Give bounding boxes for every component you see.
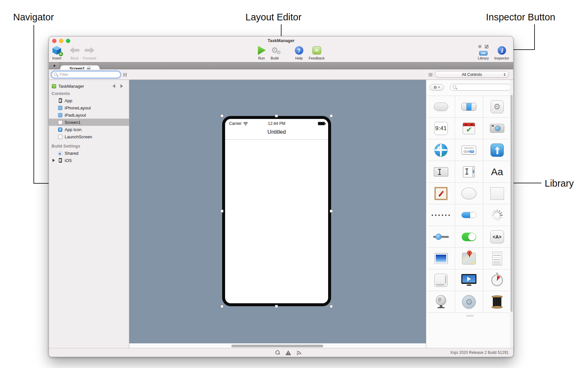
lib-html-viewer-control[interactable]: <A> <box>483 226 511 247</box>
iphone-layout-mockup[interactable]: Carrier 12:44 PM Untitled <box>222 116 331 306</box>
navigator-filter-field[interactable] <box>52 71 120 78</box>
lib-text-area-control[interactable] <box>455 161 483 182</box>
inspector-icon: i <box>497 46 506 55</box>
feed-icon[interactable] <box>296 351 302 355</box>
lib-text-field-control[interactable] <box>427 161 455 182</box>
lib-canvas-control[interactable] <box>427 183 455 204</box>
cable-spool-icon <box>492 295 503 309</box>
message-dialog-icon: CancelOK <box>462 146 476 154</box>
lib-segmented-control[interactable] <box>455 96 483 117</box>
library-panel: ⚙ ⚙ 9:41 ✔ CancelOK Aa ••• <box>426 80 513 348</box>
lib-date-picker-control[interactable]: ✔ <box>455 118 483 139</box>
inspector-button-annotation-label: Inspector Button <box>486 12 555 23</box>
navigator-item-screen1-selected[interactable]: Screen1 <box>49 119 129 126</box>
selection-handle-top-left[interactable] <box>220 114 223 117</box>
navigator-item-launchscreen[interactable]: LaunchScreen <box>49 133 129 140</box>
navigator-item-iphonelayout[interactable]: iPhoneLayout <box>49 104 129 111</box>
lib-activity-indicator-control[interactable] <box>483 204 511 226</box>
lib-image-view-control[interactable] <box>427 248 455 269</box>
library-search-icon <box>453 85 457 90</box>
forward-button[interactable]: Forward <box>79 45 100 60</box>
lib-camera-control[interactable] <box>483 118 511 139</box>
build-button[interactable]: ⚙ ⚙ Build <box>264 45 285 60</box>
library-splitter-handle[interactable] <box>466 315 473 316</box>
version-label: Xojo 2020 Release 2 Build 51291 <box>450 350 509 355</box>
lib-button-control[interactable] <box>427 96 455 117</box>
layout-editor-canvas[interactable]: Carrier 12:44 PM Untitled <box>129 80 426 343</box>
lib-messagebox-control[interactable]: CancelOK <box>455 139 483 161</box>
lib-timer-control[interactable] <box>483 269 511 291</box>
warnings-icon[interactable] <box>285 350 291 355</box>
navigator-item-appicon[interactable]: A App Icon <box>49 126 129 133</box>
lib-rectangle-control[interactable] <box>483 183 511 204</box>
layout-editor-annotation-label: Layout Editor <box>245 12 302 23</box>
navigator-project-row[interactable]: TaskManager <box>49 82 129 90</box>
find-icon[interactable] <box>275 350 280 355</box>
selection-handle-bottom-right[interactable] <box>330 305 333 308</box>
navigator-item-ios[interactable]: iOS <box>49 157 129 164</box>
feedback-button[interactable]: ✕ Feedback <box>306 45 327 60</box>
image-view-icon <box>434 253 448 264</box>
inspector-toggle-button[interactable]: i Inspector <box>491 45 512 60</box>
text-area-icon <box>463 166 475 177</box>
screen-title-label: Untitled <box>225 129 328 135</box>
history-back-icon[interactable] <box>111 84 115 88</box>
navigator-columns-handle-icon[interactable] <box>123 73 127 77</box>
selection-handle-bottom-center[interactable] <box>275 305 278 308</box>
selection-handle-middle-left[interactable] <box>220 210 223 213</box>
selection-handle-top-right[interactable] <box>330 114 333 117</box>
insert-plus-badge-icon: + <box>59 52 63 56</box>
progress-bar-icon <box>461 212 476 218</box>
lib-password-field-control[interactable]: •••••• <box>427 204 455 226</box>
insert-cube-icon: + <box>52 45 62 55</box>
lib-socket-control[interactable] <box>483 291 511 312</box>
gear-icon: ⚙ <box>433 85 437 90</box>
library-gear-button[interactable]: ⚙ <box>430 84 444 91</box>
lib-label-control[interactable]: Aa <box>483 161 511 182</box>
selection-handle-top-center[interactable] <box>275 114 278 117</box>
lib-thread-control[interactable]: ⚙ <box>455 291 483 312</box>
lib-progress-bar-control[interactable] <box>455 204 483 226</box>
library-columns-handle-icon[interactable] <box>429 73 432 77</box>
lib-location-control[interactable] <box>427 139 455 161</box>
activity-spinner-icon <box>491 209 503 221</box>
navigator-item-shared[interactable]: Shared <box>49 150 129 157</box>
ios-disclosure-icon[interactable] <box>52 159 56 162</box>
lib-map-view-control[interactable] <box>455 248 483 269</box>
slider-icon <box>433 233 449 241</box>
library-scrollbar-thumb[interactable] <box>511 95 513 312</box>
lib-slider-control[interactable] <box>427 226 455 247</box>
screen1-icon <box>58 120 62 125</box>
library-search-field[interactable] <box>450 84 511 91</box>
lib-movie-player-control[interactable] <box>455 269 483 291</box>
navigator-item-app[interactable]: App <box>49 97 129 104</box>
navigator-item-ipadlayout[interactable]: iPadLayout <box>49 111 129 119</box>
lib-datetime-picker-control[interactable]: 9:41 <box>427 118 455 139</box>
selection-handle-bottom-left[interactable] <box>220 305 223 308</box>
lib-url-connection-control[interactable] <box>427 291 455 312</box>
lib-settings-control[interactable]: ⚙ <box>483 96 511 117</box>
status-bar: Xojo 2020 Release 2 Build 51291 <box>49 348 513 357</box>
oval-shape-icon <box>461 188 476 199</box>
ipadlayout-label: iPadLayout <box>65 113 86 118</box>
add-tab-button[interactable]: + <box>49 62 60 69</box>
lib-oval-control[interactable] <box>455 183 483 204</box>
contents-title: Contents <box>52 91 70 96</box>
navigator-callout-line-vertical <box>33 25 34 184</box>
filter-input[interactable] <box>52 71 120 78</box>
selection-handle-middle-right[interactable] <box>330 210 333 213</box>
shared-label: Shared <box>65 151 78 156</box>
history-forward-icon[interactable] <box>120 84 125 88</box>
lib-switch-control[interactable] <box>455 226 483 247</box>
forward-label: Forward <box>79 56 100 60</box>
rectangle-shape-icon <box>490 187 504 200</box>
lib-sharing-panel-control[interactable] <box>483 139 511 161</box>
library-scrollbar-track[interactable] <box>510 80 513 348</box>
lib-table-control[interactable] <box>483 248 511 269</box>
screen1-label: Screen1 <box>65 120 80 125</box>
horizontal-scrollbar[interactable] <box>231 345 323 347</box>
navigator-history-arrows <box>111 82 125 90</box>
lib-scrollable-area-control[interactable] <box>427 269 455 291</box>
library-toggle-button[interactable]: ✓ OK Library <box>473 45 494 60</box>
library-controls-popup[interactable]: All Controls <box>435 71 509 78</box>
